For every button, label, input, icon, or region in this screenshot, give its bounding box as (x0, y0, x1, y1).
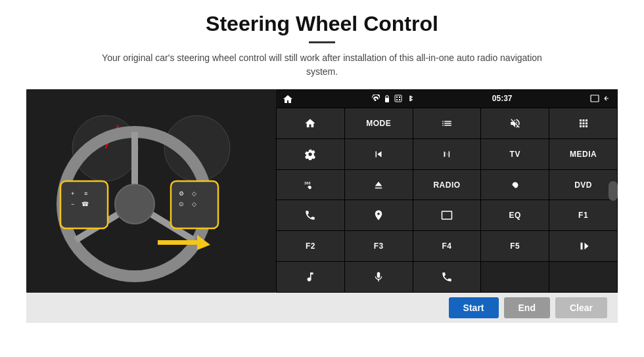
lock-icon (384, 94, 390, 102)
media-button[interactable]: MEDIA (549, 139, 617, 169)
f3-button[interactable]: F3 (345, 231, 413, 261)
svg-rect-17 (385, 98, 389, 102)
svg-rect-18 (395, 95, 402, 102)
home-status-icon (283, 94, 293, 103)
svg-text:☎: ☎ (81, 201, 89, 207)
tv-button[interactable]: TV (481, 139, 549, 169)
svg-text:≡: ≡ (84, 190, 87, 197)
screen-icon (590, 94, 599, 102)
clear-button[interactable]: Clear (555, 297, 607, 318)
status-center-icons (371, 94, 414, 102)
f5-button[interactable]: F5 (481, 231, 549, 261)
steering-wheel-image: + ≡ − ☎ ⚙ ◇ ⊙ ◇ (26, 89, 276, 293)
svg-text:360: 360 (304, 181, 311, 185)
status-time: 05:37 (492, 94, 513, 103)
svg-rect-19 (396, 96, 398, 98)
content-row: + ≡ − ☎ ⚙ ◇ ⊙ ◇ (26, 89, 618, 293)
next-button[interactable] (413, 139, 481, 169)
call-hangup-button[interactable] (413, 262, 481, 292)
control-panel: 05:37 MODE (276, 89, 618, 293)
list-button[interactable] (413, 108, 481, 138)
back-icon (602, 94, 611, 102)
wifi-icon (371, 94, 380, 102)
camera360-button[interactable]: 360 (277, 170, 344, 200)
f2-button[interactable]: F2 (277, 231, 344, 261)
home-button[interactable] (277, 108, 344, 138)
empty-btn-2 (549, 262, 617, 292)
radio-button[interactable]: RADIO (413, 170, 481, 200)
svg-text:+: + (71, 190, 74, 197)
svg-text:−: − (71, 201, 74, 207)
dvd-button[interactable]: DVD (549, 170, 617, 200)
svg-text:⊙: ⊙ (179, 201, 184, 207)
svg-text:◇: ◇ (192, 201, 196, 207)
sim-icon (394, 94, 402, 102)
page-title: Steering Wheel Control (206, 12, 438, 36)
subtitle-text: Your original car's steering wheel contr… (92, 51, 552, 79)
nav-button[interactable] (345, 200, 413, 230)
svg-text:⚙: ⚙ (179, 190, 184, 197)
svg-point-5 (115, 184, 154, 224)
mute-button[interactable] (481, 108, 549, 138)
apps-button[interactable] (549, 108, 617, 138)
phone-button[interactable] (277, 200, 344, 230)
eq-button[interactable]: EQ (481, 200, 549, 230)
button-grid: MODE (276, 108, 618, 293)
page-container: Steering Wheel Control Your original car… (0, 0, 644, 357)
f4-button[interactable]: F4 (413, 231, 481, 261)
svg-rect-20 (399, 96, 400, 98)
eject-button[interactable] (345, 170, 413, 200)
prev-button[interactable] (345, 139, 413, 169)
start-button[interactable]: Start (449, 297, 499, 318)
mode-button[interactable]: MODE (345, 108, 413, 138)
display-button[interactable] (413, 200, 481, 230)
end-button[interactable]: End (504, 297, 550, 318)
f1-button[interactable]: F1 (549, 200, 617, 230)
settings-button[interactable] (277, 139, 344, 169)
music-button[interactable] (277, 262, 344, 292)
scroll-stub (609, 181, 618, 201)
playpause-button[interactable] (549, 231, 617, 261)
status-bar: 05:37 (276, 89, 618, 108)
title-divider (309, 41, 335, 43)
svg-rect-23 (591, 95, 599, 102)
status-left-icons (283, 94, 293, 103)
svg-rect-21 (396, 99, 398, 100)
svg-rect-22 (399, 99, 400, 100)
empty-btn-1 (481, 262, 549, 292)
svg-text:◇: ◇ (192, 190, 196, 197)
brightness-button[interactable] (481, 170, 549, 200)
bluetooth-icon (406, 94, 414, 102)
status-right-icons (590, 94, 611, 102)
mic-button[interactable] (345, 262, 413, 292)
bottom-bar: Start End Clear (26, 293, 618, 323)
